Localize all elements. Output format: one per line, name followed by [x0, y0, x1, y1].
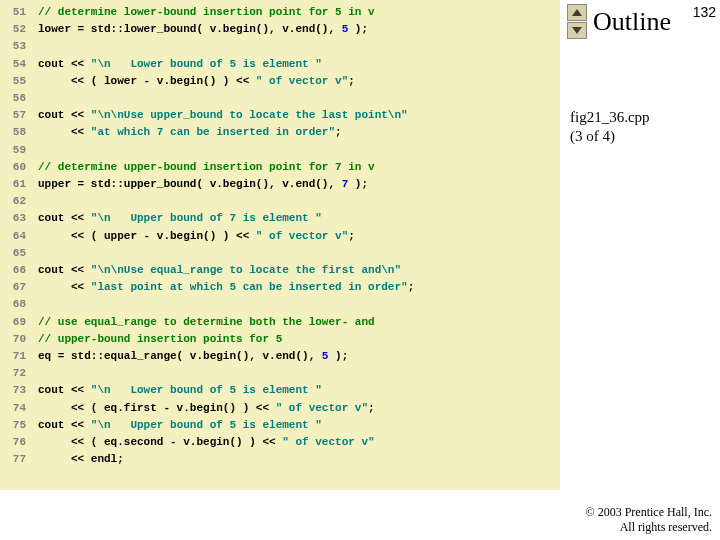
outline-title: Outline [593, 7, 671, 37]
code-panel: 51// determine lower-bound insertion poi… [0, 0, 560, 490]
file-name: fig21_36.cpp [570, 109, 650, 125]
chevron-up-icon [572, 9, 582, 16]
nav-buttons [567, 4, 587, 39]
nav-up-button[interactable] [567, 4, 587, 21]
chevron-down-icon [572, 27, 582, 34]
file-part: (3 of 4) [570, 128, 615, 144]
nav-down-button[interactable] [567, 22, 587, 39]
copyright: © 2003 Prentice Hall, Inc. All rights re… [586, 505, 712, 534]
file-label: fig21_36.cpp (3 of 4) [570, 108, 650, 146]
copyright-line1: © 2003 Prentice Hall, Inc. [586, 505, 712, 519]
copyright-line2: All rights reserved. [620, 520, 712, 534]
slide-number: 132 [693, 4, 716, 20]
